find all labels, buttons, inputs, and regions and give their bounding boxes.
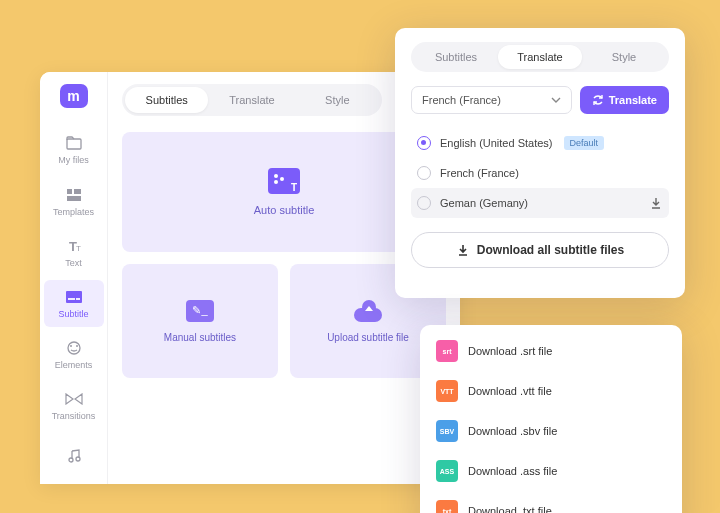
file-option-txt[interactable]: txt Download .txt file (420, 491, 682, 513)
file-option-ass[interactable]: ASS Download .ass file (420, 451, 682, 491)
file-badge: VTT (436, 380, 458, 402)
sidebar-label: Elements (55, 360, 93, 370)
file-label: Download .vtt file (468, 385, 552, 397)
svg-rect-0 (67, 139, 81, 149)
language-label: French (France) (440, 167, 519, 179)
sidebar-item-templates[interactable]: Templates (44, 177, 104, 224)
file-label: Download .sbv file (468, 425, 557, 437)
upload-subtitle-label: Upload subtitle file (327, 332, 409, 343)
svg-rect-2 (74, 189, 81, 194)
svg-point-10 (70, 345, 72, 347)
cloud-upload-icon (352, 300, 384, 322)
language-label: English (United States) (440, 137, 553, 149)
file-option-srt[interactable]: srt Download .srt file (420, 331, 682, 371)
tab-style[interactable]: Style (582, 45, 666, 69)
tab-subtitles[interactable]: Subtitles (414, 45, 498, 69)
file-formats-panel: srt Download .srt file VTT Download .vtt… (420, 325, 682, 513)
pencil-icon: ✎_ (186, 300, 214, 322)
svg-rect-3 (67, 196, 81, 201)
language-option-german[interactable]: Geman (Gemany) (411, 188, 669, 218)
translate-tabs: Subtitles Translate Style (411, 42, 669, 72)
transitions-icon (65, 390, 83, 408)
default-badge: Default (564, 136, 605, 150)
sidebar-label: Transitions (52, 411, 96, 421)
chevron-down-icon (551, 97, 561, 103)
svg-point-11 (76, 345, 78, 347)
sidebar-label: Text (65, 258, 82, 268)
file-badge: srt (436, 340, 458, 362)
sidebar: m My files Templates TT Text Subtitle El… (40, 72, 108, 484)
content-tabs: Subtitles Translate Style (122, 84, 382, 116)
translate-button[interactable]: Translate (580, 86, 669, 114)
tab-translate[interactable]: Translate (498, 45, 582, 69)
sidebar-item-transitions[interactable]: Transitions (44, 382, 104, 429)
file-option-sbv[interactable]: SBV Download .sbv file (420, 411, 682, 451)
tab-style[interactable]: Style (296, 87, 379, 113)
file-badge: txt (436, 500, 458, 513)
manual-subtitles-card[interactable]: ✎_ Manual subtitles (122, 264, 278, 378)
language-list: English (United States) Default French (… (411, 128, 669, 218)
sidebar-item-my-files[interactable]: My files (44, 126, 104, 173)
svg-point-9 (68, 342, 80, 354)
music-icon (65, 447, 83, 465)
tab-subtitles[interactable]: Subtitles (125, 87, 208, 113)
manual-subtitles-label: Manual subtitles (164, 332, 236, 343)
svg-rect-7 (68, 298, 75, 300)
file-badge: ASS (436, 460, 458, 482)
subtitle-icon (65, 288, 83, 306)
language-select-value: French (France) (422, 94, 501, 106)
sidebar-label: Subtitle (58, 309, 88, 319)
file-badge: SBV (436, 420, 458, 442)
tab-translate[interactable]: Translate (210, 87, 293, 113)
svg-text:T: T (76, 244, 81, 253)
translate-button-label: Translate (609, 94, 657, 106)
auto-subtitle-label: Auto subtitle (254, 204, 315, 216)
file-option-vtt[interactable]: VTT Download .vtt file (420, 371, 682, 411)
language-option-english[interactable]: English (United States) Default (411, 128, 669, 158)
sidebar-label: My files (58, 155, 89, 165)
svg-rect-8 (76, 298, 80, 300)
file-label: Download .txt file (468, 505, 552, 513)
sidebar-item-elements[interactable]: Elements (44, 331, 104, 378)
auto-subtitle-icon (268, 168, 300, 194)
file-label: Download .srt file (468, 345, 552, 357)
svg-rect-1 (67, 189, 72, 194)
language-select[interactable]: French (France) (411, 86, 572, 114)
elements-icon (65, 339, 83, 357)
download-icon[interactable] (649, 196, 663, 210)
radio-icon (417, 196, 431, 210)
folder-icon (65, 134, 83, 152)
language-option-french[interactable]: French (France) (411, 158, 669, 188)
language-label: Geman (Gemany) (440, 197, 528, 209)
download-all-label: Download all subtitle files (477, 243, 624, 257)
text-icon: TT (65, 237, 83, 255)
sidebar-item-subtitle[interactable]: Subtitle (44, 280, 104, 327)
svg-point-13 (76, 457, 80, 461)
radio-icon (417, 166, 431, 180)
sidebar-item-music[interactable] (44, 433, 104, 480)
app-logo: m (60, 84, 88, 108)
templates-icon (65, 186, 83, 204)
download-icon (456, 243, 470, 257)
file-label: Download .ass file (468, 465, 557, 477)
radio-icon (417, 136, 431, 150)
sidebar-item-text[interactable]: TT Text (44, 229, 104, 276)
refresh-icon (592, 94, 604, 106)
svg-rect-6 (66, 291, 82, 303)
translate-panel: Subtitles Translate Style French (France… (395, 28, 685, 298)
download-all-button[interactable]: Download all subtitle files (411, 232, 669, 268)
sidebar-label: Templates (53, 207, 94, 217)
